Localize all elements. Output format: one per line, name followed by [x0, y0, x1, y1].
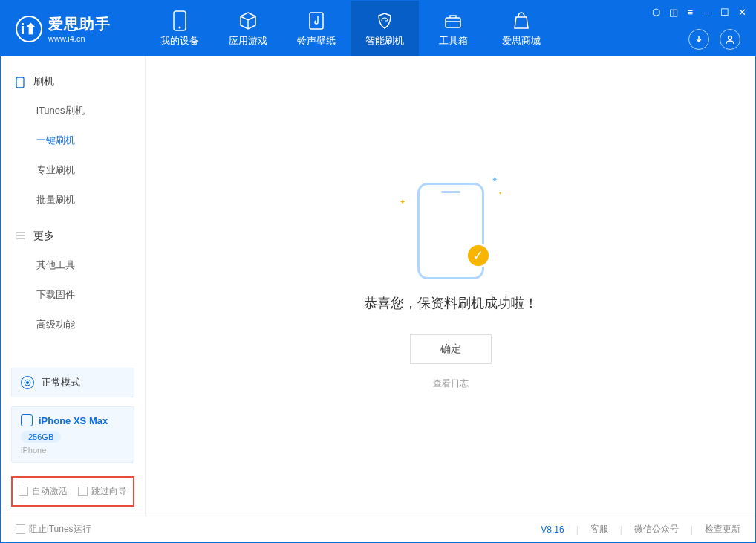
sidebar-item-itunes-flash[interactable]: iTunes刷机 [1, 96, 145, 126]
footer-link-wechat[interactable]: 微信公众号 [634, 523, 679, 536]
sidebar-item-oneclick-flash[interactable]: 一键刷机 [1, 126, 145, 155]
sidebar-section-flash[interactable]: 刷机 [1, 68, 145, 96]
phone-icon [16, 77, 26, 87]
checkbox-label: 阻止iTunes运行 [29, 523, 91, 536]
menu-icon[interactable]: ≡ [687, 7, 693, 18]
sidebar-section-more[interactable]: 更多 [1, 222, 145, 250]
shirt-icon[interactable]: ⬡ [652, 7, 660, 18]
device-name: iPhone XS Max [39, 415, 108, 426]
device-mode-box[interactable]: 正常模式 [11, 368, 134, 397]
checkbox-auto-activate[interactable]: 自动激活 [19, 485, 68, 498]
ok-button[interactable]: 确定 [410, 334, 492, 364]
minimize-button[interactable]: — [702, 7, 711, 18]
list-icon [16, 231, 26, 241]
device-info-box[interactable]: iPhone XS Max 256GB iPhone [11, 406, 134, 463]
checkbox-box-icon [16, 524, 25, 534]
sparkle-icon: ✦ [492, 175, 498, 183]
section-title: 刷机 [33, 75, 54, 88]
tab-toolbox[interactable]: 工具箱 [419, 1, 487, 56]
download-icon[interactable] [688, 29, 709, 50]
close-button[interactable]: ✕ [738, 7, 746, 18]
bag-icon [511, 10, 532, 31]
sidebar-item-download-firmware[interactable]: 下载固件 [1, 280, 145, 310]
logo-area: i⬆ 爱思助手 www.i4.cn [1, 14, 146, 43]
footer-link-support[interactable]: 客服 [590, 523, 608, 536]
footer-link-update[interactable]: 检查更新 [705, 523, 740, 536]
sparkle-icon: ✦ [498, 190, 502, 195]
logo-icon: i⬆ [16, 16, 42, 42]
checkbox-block-itunes[interactable]: 阻止iTunes运行 [16, 523, 91, 536]
checkbox-box-icon [78, 487, 88, 496]
tab-label: 智能刷机 [365, 34, 404, 48]
sidebar-item-other-tools[interactable]: 其他工具 [1, 250, 145, 280]
svg-point-6 [26, 381, 29, 384]
music-file-icon [306, 10, 327, 31]
success-message: 恭喜您，保资料刷机成功啦！ [364, 294, 538, 312]
tab-label: 爱思商城 [502, 34, 541, 48]
sparkle-icon: ✦ [400, 198, 405, 206]
header-right-icons [688, 29, 740, 50]
sidebar-item-batch-flash[interactable]: 批量刷机 [1, 185, 145, 215]
version-label: V8.16 [541, 524, 564, 535]
tab-store[interactable]: 爱思商城 [487, 1, 555, 56]
device-type: iPhone [21, 446, 125, 455]
checkbox-label: 自动激活 [32, 485, 68, 498]
checkbox-label: 跳过向导 [91, 485, 127, 498]
success-check-icon: ✓ [466, 243, 491, 268]
app-title: 爱思助手 [48, 14, 111, 34]
device-capacity: 256GB [21, 431, 61, 443]
sidebar-item-pro-flash[interactable]: 专业刷机 [1, 155, 145, 185]
svg-rect-3 [446, 18, 460, 27]
main-content: ✓ ✦ ✦ ✦ 恭喜您，保资料刷机成功啦！ 确定 查看日志 [146, 56, 755, 516]
tab-label: 工具箱 [439, 34, 468, 48]
tab-label: 我的设备 [160, 34, 199, 48]
tab-my-device[interactable]: 我的设备 [146, 1, 214, 56]
cube-icon [238, 10, 258, 31]
sidebar-item-advanced[interactable]: 高级功能 [1, 310, 145, 339]
mode-icon [21, 376, 34, 389]
cube-small-icon[interactable]: ◫ [669, 7, 678, 18]
sidebar: 刷机 iTunes刷机 一键刷机 专业刷机 批量刷机 更多 其他工具 下载固件 … [1, 56, 146, 516]
checkbox-box-icon [19, 487, 28, 496]
tab-label: 应用游戏 [229, 34, 267, 48]
svg-point-1 [179, 26, 181, 28]
main-tabs: 我的设备 应用游戏 铃声壁纸 智能刷机 工具箱 爱思商城 [146, 1, 555, 56]
svg-rect-5 [16, 77, 24, 88]
device-phone-icon [21, 414, 33, 426]
device-mode-label: 正常模式 [42, 376, 80, 389]
tab-ringtones-wallpapers[interactable]: 铃声壁纸 [282, 1, 351, 56]
footer: 阻止iTunes运行 V8.16 | 客服 | 微信公众号 | 检查更新 [1, 516, 755, 542]
tab-label: 铃声壁纸 [297, 34, 336, 48]
checkbox-skip-guide[interactable]: 跳过向导 [78, 485, 127, 498]
window-controls: ⬡ ◫ ≡ — ☐ ✕ [652, 7, 746, 18]
user-icon[interactable] [720, 29, 740, 50]
maximize-button[interactable]: ☐ [720, 7, 729, 18]
app-header: i⬆ 爱思助手 www.i4.cn 我的设备 应用游戏 铃声壁纸 智能刷机 工具… [1, 1, 755, 56]
app-subtitle: www.i4.cn [48, 34, 111, 43]
tab-smart-flash[interactable]: 智能刷机 [351, 1, 419, 56]
svg-point-4 [729, 36, 732, 40]
view-log-link[interactable]: 查看日志 [433, 377, 469, 390]
section-title: 更多 [33, 230, 54, 243]
tab-apps-games[interactable]: 应用游戏 [214, 1, 282, 56]
device-icon [169, 10, 190, 31]
highlighted-checkbox-row: 自动激活 跳过向导 [11, 476, 134, 507]
toolbox-icon [443, 10, 463, 31]
refresh-shield-icon [374, 10, 395, 31]
phone-illustration: ✓ [417, 183, 484, 279]
